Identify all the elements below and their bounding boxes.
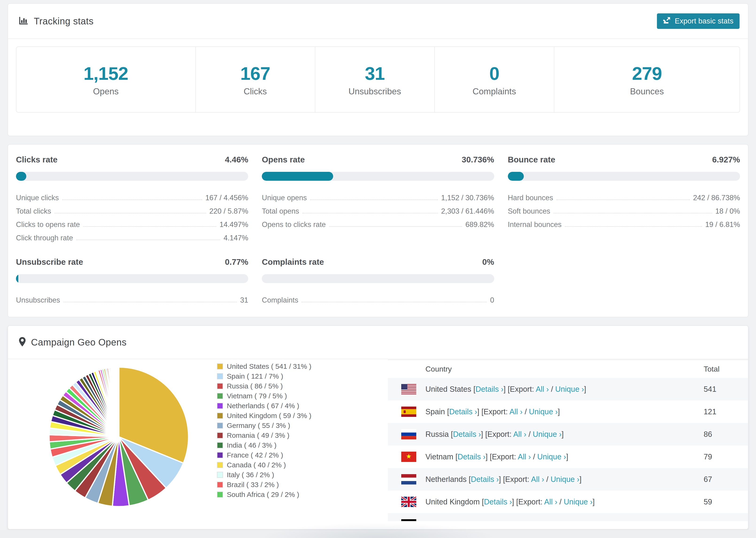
row-total: 79 (704, 453, 748, 461)
details-link[interactable]: Details › (449, 407, 477, 416)
rate-title: Unsubscribe rate (16, 257, 83, 267)
row-total: 86 (704, 430, 748, 439)
stat-row: Unique clicks167 / 4.456% (16, 189, 248, 202)
stat-row: Soft bounces18 / 0% (508, 202, 740, 215)
legend-swatch (217, 462, 223, 468)
rate-block: Opens rate30.736%Unique opens1,152 / 30.… (262, 155, 494, 242)
stat-row: Unique opens1,152 / 30.736% (262, 189, 494, 202)
bracket-text: ] [Export: (499, 475, 531, 484)
stat-row-value: 220 / 5.87% (209, 207, 248, 215)
summary-stat-value: 0 (489, 63, 499, 84)
dotted-leader (302, 213, 438, 213)
flag-vn-icon (401, 452, 416, 462)
rate-stat-rows: Hard bounces242 / 86.738%Soft bounces18 … (508, 189, 740, 229)
bracket-text: ] (566, 453, 568, 461)
bracket-text: / (549, 385, 555, 394)
rate-header: Opens rate30.736% (262, 155, 494, 164)
pie-legend: United States ( 541 / 31% )Spain ( 121 /… (217, 361, 311, 500)
summary-stat-value: 1,152 (83, 63, 128, 84)
export-basic-stats-button[interactable]: Export basic stats (657, 13, 739, 29)
export-all-link[interactable]: All › (531, 475, 544, 484)
geo-pie-chart (48, 366, 190, 508)
rate-header: Unsubscribe rate0.77% (16, 257, 248, 267)
rate-title: Bounce rate (508, 155, 555, 164)
legend-label: India ( 46 / 3% ) (227, 441, 277, 449)
export-all-link[interactable]: All › (521, 520, 534, 521)
dotted-leader (301, 302, 487, 302)
stat-row-label: Unsubscribes (16, 296, 60, 304)
dotted-leader (554, 213, 712, 213)
stat-row: Internal bounces19 / 6.81% (508, 215, 740, 229)
stat-row: Clicks to opens rate14.497% (16, 215, 248, 229)
rate-block: Complaints rate0%Complaints0 (262, 257, 494, 304)
stat-row-value: 19 / 6.81% (705, 220, 740, 229)
legend-label: South Africa ( 29 / 2% ) (227, 491, 299, 499)
summary-stat-value: 167 (241, 63, 270, 84)
bracket-text: ] [Export: (512, 498, 544, 506)
export-unique-link[interactable]: Unique › (564, 498, 593, 506)
rate-stat-rows: Unique clicks167 / 4.456%Total clicks220… (16, 189, 248, 242)
bar-chart-icon (18, 16, 28, 27)
rate-title: Complaints rate (262, 257, 324, 267)
stat-row-value: 2,303 / 61.446% (441, 207, 494, 215)
stat-row-value: 1,152 / 30.736% (441, 194, 494, 202)
tracking-stats-header: Tracking stats Export basic stats (8, 4, 748, 39)
details-link[interactable]: Details › (461, 520, 489, 521)
export-all-link[interactable]: All › (510, 407, 523, 416)
export-all-link[interactable]: All › (544, 498, 557, 506)
details-link[interactable]: Details › (453, 430, 481, 439)
rate-stat-rows: Complaints0 (262, 291, 494, 304)
stat-row-label: Unique opens (262, 194, 307, 202)
flag-de-icon (401, 519, 416, 521)
export-unique-link[interactable]: Unique › (541, 520, 569, 521)
progress-bar (262, 274, 494, 283)
bracket-text: [ (453, 453, 458, 461)
table-row: Germany [Details ›] [Export: All › / Uni… (388, 513, 748, 521)
export-unique-link[interactable]: Unique › (537, 453, 566, 461)
progress-bar-fill (508, 172, 524, 181)
table-row: United States [Details ›] [Export: All ›… (388, 378, 748, 401)
flag-us-icon (401, 384, 416, 394)
geo-table-header: Country Total (388, 360, 748, 378)
export-icon (663, 16, 671, 26)
export-unique-link[interactable]: Unique › (551, 475, 579, 484)
rate-stat-rows: Unique opens1,152 / 30.736%Total opens2,… (262, 189, 494, 229)
legend-label: United States ( 541 / 31% ) (227, 362, 311, 370)
table-row: Russia [Details ›] [Export: All › / Uniq… (388, 423, 748, 446)
details-link[interactable]: Details › (484, 498, 512, 506)
stat-row-label: Clicks to opens rate (16, 220, 80, 229)
country-name: Vietnam (425, 453, 453, 461)
bracket-text: [ (480, 498, 484, 506)
total-column-header: Total (704, 365, 748, 373)
details-link[interactable]: Details › (475, 385, 503, 394)
export-unique-link[interactable]: Unique › (555, 385, 584, 394)
export-all-link[interactable]: All › (513, 430, 526, 439)
country-name: Germany (425, 520, 457, 521)
export-all-link[interactable]: All › (518, 453, 531, 461)
summary-stats-box: 1,152Opens167Clicks31Unsubscribes0Compla… (16, 46, 740, 113)
progress-bar-fill (262, 172, 333, 181)
stat-row-label: Opens to clicks rate (262, 220, 326, 229)
bracket-text: / (526, 430, 533, 439)
legend-swatch (217, 422, 223, 429)
legend-label: Romania ( 49 / 3% ) (227, 431, 290, 439)
country-name: Netherlands (425, 475, 466, 484)
stat-row-label: Internal bounces (508, 220, 562, 229)
rate-value: 30.736% (461, 155, 494, 164)
rate-value: 4.46% (225, 155, 248, 164)
stat-row-value: 167 / 4.456% (205, 194, 248, 202)
details-link[interactable]: Details › (471, 475, 499, 484)
legend-label: Germany ( 55 / 3% ) (227, 422, 290, 430)
stat-row-label: Total opens (262, 207, 299, 215)
export-unique-link[interactable]: Unique › (533, 430, 562, 439)
legend-label: Russia ( 86 / 5% ) (227, 382, 283, 390)
flag-gb-icon (401, 497, 416, 507)
details-link[interactable]: Details › (458, 453, 486, 461)
export-all-link[interactable]: All › (536, 385, 549, 394)
summary-stat: 167Clicks (196, 47, 315, 112)
legend-label: France ( 42 / 2% ) (227, 451, 283, 459)
bracket-text: ] (569, 520, 572, 521)
rate-value: 6.927% (712, 155, 740, 164)
legend-swatch (217, 413, 223, 419)
export-unique-link[interactable]: Unique › (529, 407, 558, 416)
